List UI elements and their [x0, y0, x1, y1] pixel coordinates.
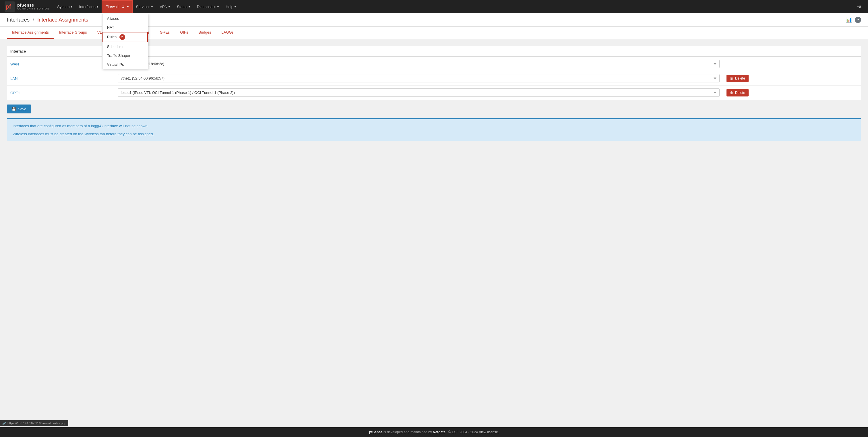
tab-bridges[interactable]: Bridges	[193, 27, 216, 39]
info-message-1: Interfaces that are configured as member…	[12, 123, 856, 129]
opt1-port-select[interactable]: ipsec1 (IPsec VTI: OCI Tunnel 1 (Phase 1…	[118, 88, 720, 97]
breadcrumb: Interfaces / Interface Assignments	[7, 17, 88, 23]
svg-text:pf: pf	[6, 3, 11, 10]
caret-icon: ▾	[189, 5, 190, 8]
caret-icon: ▾	[168, 5, 170, 8]
menu-rules[interactable]: Rules 2	[102, 32, 148, 42]
breadcrumb-current: Interface Assignments	[37, 17, 88, 23]
opt1-delete-button[interactable]: 🗑 Delete	[726, 89, 749, 96]
tab-laggs[interactable]: LAGGs	[216, 27, 239, 39]
tab-gres[interactable]: GREs	[155, 27, 175, 39]
table-row: LAN vtnet1 (52:54:00:96:5b:57) 🗑 Delete	[7, 71, 861, 86]
wan-port-select[interactable]: vtnet0 (52:54:00:18:6d:2c)	[118, 60, 720, 68]
info-message-2: Wireless interfaces must be created on t…	[12, 131, 856, 137]
nav-right: ⇥	[855, 3, 863, 10]
lan-delete-button[interactable]: 🗑 Delete	[726, 75, 749, 82]
caret-icon: ▾	[217, 5, 219, 8]
wan-link[interactable]: WAN	[10, 62, 19, 66]
tab-interface-assignments[interactable]: Interface Assignments	[7, 27, 54, 39]
table-row: OPT1 ipsec1 (IPsec VTI: OCI Tunnel 1 (Ph…	[7, 86, 861, 100]
nav-help[interactable]: Help ▾	[222, 0, 239, 13]
page-header-icons: 📊 ?	[846, 17, 861, 23]
nav-system[interactable]: System ▾	[54, 0, 75, 13]
tab-interface-groups[interactable]: Interface Groups	[54, 27, 92, 39]
tab-gifs[interactable]: GIFs	[175, 27, 193, 39]
save-button[interactable]: 💾 Save	[7, 104, 31, 114]
menu-aliases[interactable]: Aliases	[102, 14, 148, 23]
save-icon: 💾	[11, 107, 16, 111]
brand-logo: pf pfSense COMMUNITY EDITION	[5, 1, 49, 12]
info-box: Interfaces that are configured as member…	[7, 118, 861, 141]
nav-items: System ▾ Interfaces ▾ Firewall 1 ▾ Alias…	[54, 0, 855, 13]
nav-diagnostics[interactable]: Diagnostics ▾	[193, 0, 222, 13]
menu-nat[interactable]: NAT	[102, 23, 148, 32]
nav-interfaces[interactable]: Interfaces ▾	[76, 0, 102, 13]
nav-firewall[interactable]: Firewall 1 ▾ Aliases NAT Rules 2 Schedul…	[102, 0, 133, 13]
caret-icon: ▾	[127, 5, 129, 8]
menu-traffic-shaper[interactable]: Traffic Shaper	[102, 51, 148, 60]
caret-icon: ▾	[235, 5, 236, 8]
navbar: pf pfSense COMMUNITY EDITION System ▾ In…	[0, 0, 868, 13]
caret-icon: ▾	[97, 5, 98, 8]
brand-name: pfSense	[17, 3, 49, 8]
opt1-link[interactable]: OPT1	[10, 91, 20, 95]
menu-virtual-ips[interactable]: Virtual IPs	[102, 60, 148, 69]
badge-2: 2	[119, 34, 125, 40]
nav-vpn[interactable]: VPN ▾	[156, 0, 174, 13]
lan-link[interactable]: LAN	[10, 76, 18, 81]
trash-icon: 🗑	[730, 91, 733, 95]
trash-icon: 🗑	[730, 76, 733, 81]
col-network-port: Network port	[114, 46, 723, 57]
chart-icon[interactable]: 📊	[846, 17, 852, 23]
breadcrumb-parent[interactable]: Interfaces	[7, 17, 30, 23]
badge-1: 1	[120, 4, 126, 9]
lan-port-select[interactable]: vtnet1 (52:54:00:96:5b:57)	[118, 74, 720, 83]
brand-edition: COMMUNITY EDITION	[17, 7, 49, 10]
caret-icon: ▾	[71, 5, 72, 8]
nav-status[interactable]: Status ▾	[174, 0, 193, 13]
col-actions	[723, 46, 861, 57]
menu-schedules[interactable]: Schedules	[102, 42, 148, 51]
nav-services[interactable]: Services ▾	[133, 0, 156, 13]
logout-icon[interactable]: ⇥	[855, 3, 863, 10]
caret-icon: ▾	[151, 5, 153, 8]
help-icon[interactable]: ?	[855, 17, 861, 23]
col-interface: Interface	[7, 46, 114, 57]
breadcrumb-separator: /	[33, 17, 34, 23]
firewall-dropdown-menu: Aliases NAT Rules 2 Schedules Traffic Sh…	[102, 14, 148, 69]
